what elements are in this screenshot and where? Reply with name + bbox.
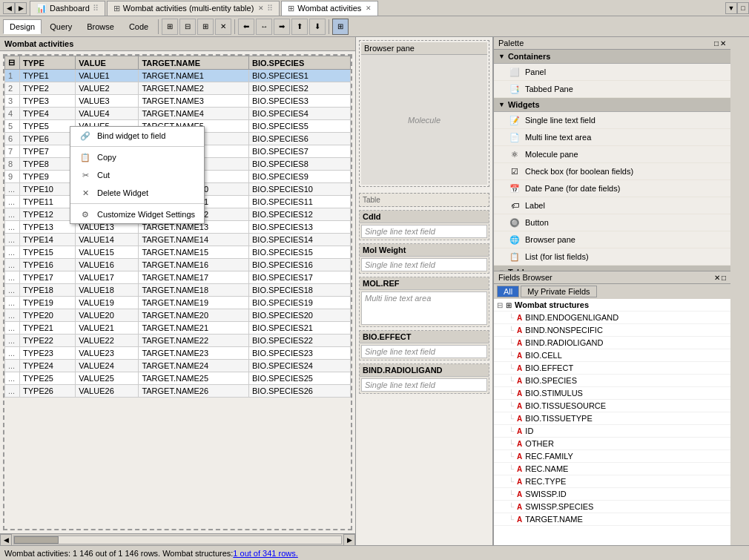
toolbar-tab-query[interactable]: Query — [43, 19, 79, 34]
tab-multi-entity[interactable]: ⊞ Wombat activities (multi-entity table)… — [107, 1, 280, 16]
nav-left-btn[interactable]: ◀ — [3, 2, 15, 14]
row-dots[interactable]: ... — [5, 360, 20, 372]
palette-section-containers[interactable]: ▼ Containers — [494, 50, 730, 64]
tree-field-item[interactable]: └ A SWISSP.SPECIES — [494, 501, 730, 513]
scrollbar-thumb[interactable] — [14, 536, 59, 544]
row-dots[interactable]: ... — [5, 297, 20, 309]
row-dots[interactable]: 4 — [5, 108, 20, 120]
table-row[interactable]: ... TYPE26 VALUE26 TARGET.NAME26 BIO.SPE… — [5, 385, 351, 398]
palette-item-browser-pane[interactable]: 🌐Browser pane — [494, 231, 730, 248]
table-row[interactable]: 3 TYPE3 VALUE3 TARGET.NAME3 BIO.SPECIES3 — [5, 95, 351, 108]
palette-section-tables[interactable]: ▼ Tables — [494, 266, 730, 271]
scrollbar-track[interactable] — [13, 536, 342, 544]
field-input[interactable]: Single line text field — [361, 258, 487, 271]
table-row[interactable]: ... TYPE17 VALUE17 TARGET.NAME17 BIO.SPE… — [5, 271, 351, 284]
tree-field-item[interactable]: └ A BIND.NONSPECIFIC — [494, 324, 730, 337]
palette-close-btn[interactable]: ✕ — [720, 39, 726, 47]
nav-down-btn[interactable]: ▼ — [725, 2, 737, 14]
toolbar-btn-align-top[interactable]: ⬆ — [291, 19, 308, 35]
fields-close-btn[interactable]: ✕ — [714, 274, 720, 282]
row-dots[interactable]: ... — [5, 347, 20, 360]
palette-item-multi-line-text-area[interactable]: 📄Multi line text area — [494, 129, 730, 146]
col-header-target[interactable]: TARGET.NAME — [139, 56, 249, 70]
toolbar-tab-browse[interactable]: Browse — [80, 19, 121, 34]
row-dots[interactable]: ... — [5, 221, 20, 234]
tab-wombat-activities[interactable]: ⊞ Wombat activities ✕ — [281, 1, 378, 16]
toolbar-btn-align-bottom[interactable]: ⬇ — [309, 19, 326, 35]
row-dots[interactable]: 6 — [5, 133, 20, 145]
tree-field-item[interactable]: └ A ID — [494, 425, 730, 438]
tree-field-item[interactable]: └ A SWISSP.ID — [494, 488, 730, 501]
context-menu-customize[interactable]: ⚙ Customize Widget Settings — [70, 205, 204, 223]
palette-section-widgets[interactable]: ▼ Widgets — [494, 98, 730, 112]
palette-item-panel[interactable]: ⬜Panel — [494, 64, 730, 81]
tree-field-item[interactable]: └ A BIO.SPECIES — [494, 375, 730, 387]
table-row[interactable]: ... TYPE15 VALUE15 TARGET.NAME15 BIO.SPE… — [5, 246, 351, 259]
toolbar-btn-delete[interactable]: ✕ — [215, 19, 231, 35]
palette-item-single-line-text-field[interactable]: 📝Single line text field — [494, 112, 730, 129]
tree-field-item[interactable]: └ A BIND.ENDOGENLIGAND — [494, 312, 730, 324]
fields-restore-btn[interactable]: □ — [722, 274, 726, 282]
tree-field-item[interactable]: └ A TARGET.NAME — [494, 513, 730, 526]
nav-right-btn[interactable]: ▶ — [15, 2, 27, 14]
h-scrollbar[interactable]: ◀ ▶ — [0, 533, 355, 545]
table-row[interactable]: 4 TYPE4 VALUE4 TARGET.NAME4 BIO.SPECIES4 — [5, 108, 351, 120]
tree-field-item[interactable]: └ A REC.NAME — [494, 463, 730, 475]
context-menu-copy[interactable]: 📋 Copy — [70, 148, 204, 166]
row-dots[interactable]: 2 — [5, 82, 20, 95]
scroll-right-btn[interactable]: ▶ — [343, 534, 355, 546]
row-dots[interactable]: ... — [5, 284, 20, 297]
context-menu-bind[interactable]: 🔗 Bind widget to field — [70, 127, 204, 145]
table-row[interactable]: ... TYPE25 VALUE25 TARGET.NAME25 BIO.SPE… — [5, 372, 351, 385]
row-dots[interactable]: ... — [5, 372, 20, 385]
field-textarea[interactable]: Multi line text area — [361, 291, 487, 325]
table-row[interactable]: ... TYPE20 VALUE20 TARGET.NAME20 BIO.SPE… — [5, 309, 351, 322]
row-dots[interactable]: ... — [5, 196, 20, 208]
row-dots[interactable]: 3 — [5, 95, 20, 108]
table-row[interactable]: ... TYPE18 VALUE18 TARGET.NAME18 BIO.SPE… — [5, 284, 351, 297]
palette-item-tabbed-pane[interactable]: 📑Tabbed Pane — [494, 81, 730, 98]
palette-restore-btn[interactable]: □ — [714, 39, 719, 47]
tree-group-item[interactable]: ⊟ ⊞ Wombat structures — [494, 299, 730, 312]
row-dots[interactable]: 7 — [5, 145, 20, 158]
table-row[interactable]: ... TYPE16 VALUE16 TARGET.NAME16 BIO.SPE… — [5, 259, 351, 271]
toolbar-btn-active[interactable]: ⊞ — [332, 19, 349, 35]
palette-item-button[interactable]: 🔘Button — [494, 214, 730, 231]
toolbar-btn-grid2[interactable]: ⊟ — [179, 19, 196, 35]
toolbar-tab-code[interactable]: Code — [122, 19, 155, 34]
col-header-type[interactable]: TYPE — [20, 56, 76, 70]
row-dots[interactable]: ... — [5, 322, 20, 335]
row-dots[interactable]: ... — [5, 271, 20, 284]
table-row[interactable]: ... TYPE24 VALUE24 TARGET.NAME24 BIO.SPE… — [5, 360, 351, 372]
tree-field-item[interactable]: └ A BIO.CELL — [494, 349, 730, 362]
fields-tab-all[interactable]: All — [497, 286, 519, 297]
toolbar-tab-design[interactable]: Design — [3, 19, 42, 34]
toolbar-btn-align-right[interactable]: ➡ — [274, 19, 290, 35]
context-menu-delete[interactable]: ✕ Delete Widget — [70, 184, 204, 202]
row-dots[interactable]: ... — [5, 183, 20, 196]
toolbar-btn-align-center[interactable]: ↔ — [256, 19, 272, 35]
table-row[interactable]: ... TYPE21 VALUE21 TARGET.NAME21 BIO.SPE… — [5, 322, 351, 335]
row-dots[interactable]: 9 — [5, 171, 20, 183]
col-header-species[interactable]: BIO.SPECIES — [248, 56, 350, 70]
tree-field-item[interactable]: └ A OTHER — [494, 438, 730, 450]
table-row[interactable]: 1 TYPE1 VALUE1 TARGET.NAME1 BIO.SPECIES1 — [5, 70, 351, 82]
row-dots[interactable]: ... — [5, 309, 20, 322]
tree-field-item[interactable]: └ A BIO.STIMULUS — [494, 387, 730, 400]
tree-field-item[interactable]: └ A BIO.TISSUESOURCE — [494, 400, 730, 412]
tree-field-item[interactable]: └ A REC.FAMILY — [494, 450, 730, 463]
row-dots[interactable]: ... — [5, 234, 20, 246]
field-input[interactable]: Single line text field — [361, 345, 487, 358]
table-row[interactable]: ... TYPE22 VALUE22 TARGET.NAME22 BIO.SPE… — [5, 335, 351, 347]
col-header-value[interactable]: VALUE — [76, 56, 139, 70]
row-dots[interactable]: ... — [5, 335, 20, 347]
table-row[interactable]: 2 TYPE2 VALUE2 TARGET.NAME2 BIO.SPECIES2 — [5, 82, 351, 95]
tab-dashboard[interactable]: 📊 Dashboard ⠿ — [30, 1, 105, 16]
fields-tree[interactable]: ⊟ ⊞ Wombat structures└ A BIND.ENDOGENLIG… — [494, 299, 730, 545]
table-row[interactable]: ... TYPE19 VALUE19 TARGET.NAME19 BIO.SPE… — [5, 297, 351, 309]
maximize-btn[interactable]: □ — [737, 2, 749, 14]
scroll-left-btn[interactable]: ◀ — [0, 534, 12, 546]
row-dots[interactable]: ... — [5, 385, 20, 398]
row-dots[interactable]: 8 — [5, 158, 20, 171]
status-link[interactable]: 1 out of 341 rows. — [233, 549, 297, 558]
